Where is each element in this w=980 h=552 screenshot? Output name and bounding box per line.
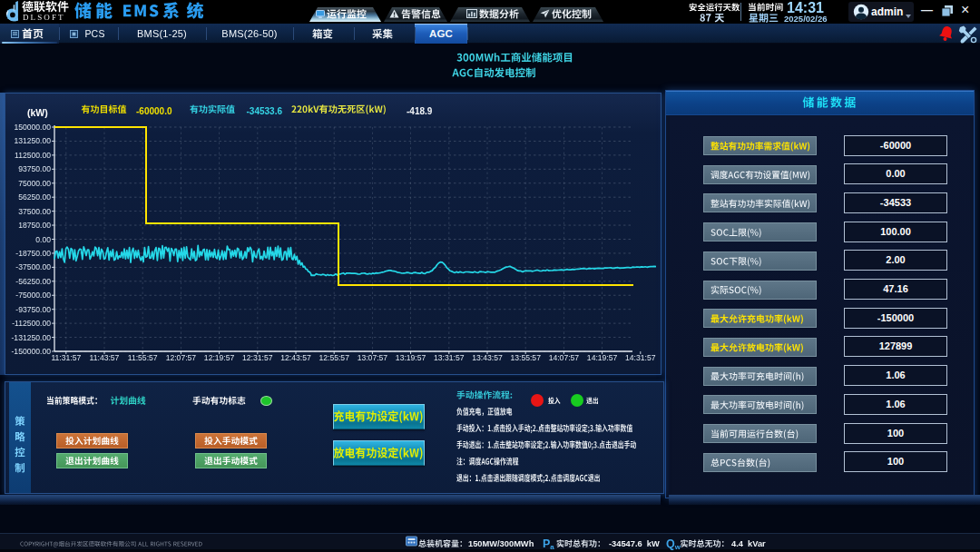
svg-text:14:19:57: 14:19:57 xyxy=(587,353,618,362)
svg-text:-93750.00: -93750.00 xyxy=(15,305,51,314)
svg-text:13:43:57: 13:43:57 xyxy=(472,353,503,362)
svg-text:18750.00: 18750.00 xyxy=(18,221,51,230)
svg-text:12:07:57: 12:07:57 xyxy=(166,353,197,362)
svg-text:13:19:57: 13:19:57 xyxy=(396,353,426,362)
svg-text:37500.00: 37500.00 xyxy=(18,207,51,216)
svg-text:13:55:57: 13:55:57 xyxy=(510,353,541,362)
svg-text:12:55:57: 12:55:57 xyxy=(318,353,349,362)
svg-text:-112500.00: -112500.00 xyxy=(12,319,51,328)
svg-text:112500.00: 112500.00 xyxy=(15,151,51,160)
svg-text:93750.00: 93750.00 xyxy=(18,164,51,173)
svg-text:12:43:57: 12:43:57 xyxy=(280,353,311,362)
svg-text:0.00: 0.00 xyxy=(35,235,51,244)
svg-text:-131250.00: -131250.00 xyxy=(12,333,52,342)
svg-text:11:31:57: 11:31:57 xyxy=(51,353,81,362)
svg-text:11:43:57: 11:43:57 xyxy=(90,353,120,362)
svg-text:131250.00: 131250.00 xyxy=(14,136,51,145)
svg-text:14:31:57: 14:31:57 xyxy=(625,353,656,362)
svg-text:12:19:57: 12:19:57 xyxy=(204,353,235,362)
svg-text:12:31:57: 12:31:57 xyxy=(242,353,273,362)
svg-text:-75000.00: -75000.00 xyxy=(15,291,51,300)
svg-text:13:31:57: 13:31:57 xyxy=(434,353,465,362)
svg-text:14:07:57: 14:07:57 xyxy=(549,353,580,362)
svg-text:75000.00: 75000.00 xyxy=(18,179,51,188)
svg-text:150000.00: 150000.00 xyxy=(14,123,51,132)
svg-text:-56250.00: -56250.00 xyxy=(15,277,51,286)
svg-text:-18750.00: -18750.00 xyxy=(15,249,51,258)
svg-text:-37500.00: -37500.00 xyxy=(15,262,51,271)
svg-text:11:55:57: 11:55:57 xyxy=(128,353,158,362)
svg-text:56250.00: 56250.00 xyxy=(18,192,51,202)
svg-text:13:07:57: 13:07:57 xyxy=(358,353,388,362)
svg-text:-150000.00: -150000.00 xyxy=(12,347,52,356)
